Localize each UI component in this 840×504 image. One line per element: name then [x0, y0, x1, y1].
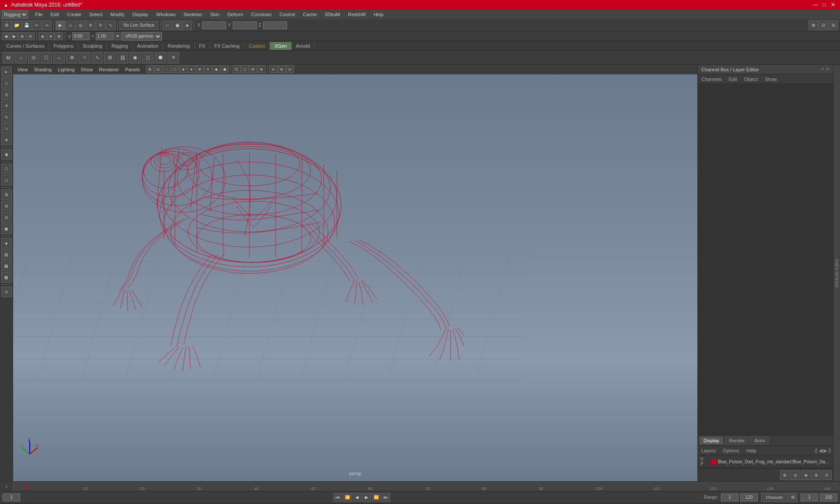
menu-edit[interactable]: Edit — [47, 11, 63, 18]
shelf-icon-2[interactable]: ◎ — [28, 52, 39, 63]
vp-menu-renderer[interactable]: Renderer — [96, 66, 122, 73]
mult-input[interactable]: 1.00 — [96, 32, 113, 40]
title-controls[interactable]: — □ ✕ — [812, 1, 836, 8]
vp-snap-3[interactable]: ⊟ — [249, 65, 257, 73]
tb2-4[interactable]: ⊖ — [27, 32, 35, 40]
vp-vis-3[interactable]: ◎ — [286, 65, 294, 73]
timeline-numbers[interactable]: 10 20 30 40 50 60 70 80 90 100 110 120 1… — [26, 482, 840, 491]
cb-tab-show[interactable]: Show — [763, 76, 779, 83]
cb-nav-1[interactable]: ⟪ — [815, 448, 818, 454]
sidebar-misc[interactable]: ⊙ — [1, 287, 12, 297]
sidebar-display-4[interactable]: ▣ — [1, 224, 12, 234]
sidebar-display-1[interactable]: ⊞ — [1, 189, 12, 200]
sidebar-move[interactable]: ✛ — [1, 101, 12, 111]
minimize-button[interactable]: — — [812, 1, 819, 8]
vp-icon-1[interactable]: ⊞ — [146, 65, 154, 73]
shelf-icon-curve[interactable]: ∿ — [91, 52, 103, 63]
vp-icon-6[interactable]: ● — [188, 65, 196, 73]
vp-vis-2[interactable]: ⊕ — [278, 65, 286, 73]
menu-select[interactable]: Select — [86, 11, 106, 18]
tb2-colorspace-toggle[interactable]: ▼ — [114, 32, 122, 40]
sidebar-render-3[interactable]: ▦ — [1, 261, 12, 271]
tab-curves-surfaces[interactable]: Curves / Surfaces — [2, 42, 49, 50]
vp-menu-panels[interactable]: Panels — [122, 66, 143, 73]
vp-icon-3[interactable]: ○ — [163, 65, 171, 73]
rp-icon-2[interactable]: ◎ — [791, 470, 800, 480]
attribute-editor-tab[interactable]: Attribute Editor — [833, 65, 840, 481]
cb-render-tab[interactable]: Render — [725, 437, 749, 444]
tb2-1[interactable]: ◀ — [2, 32, 10, 40]
toolbar-paint[interactable]: ◎ — [76, 21, 85, 30]
vp-menu-show[interactable]: Show — [78, 66, 96, 73]
vp-icon-5[interactable]: ◈ — [179, 65, 187, 73]
vp-vis-1[interactable]: ▸ — [270, 65, 277, 73]
current-frame-input[interactable] — [3, 494, 20, 501]
cb-help-tab[interactable]: Help — [745, 447, 758, 454]
tb2-2[interactable]: ▶ — [10, 32, 18, 40]
sidebar-select-tool[interactable]: ▸ — [1, 66, 12, 77]
menu-skin[interactable]: Skin — [206, 11, 223, 18]
vp-icon-8[interactable]: ✕ — [204, 65, 212, 73]
shelf-icon-10[interactable]: ◉ — [130, 52, 141, 63]
rp-icon-1[interactable]: ⊞ — [780, 470, 790, 480]
vp-menu-lighting[interactable]: Lighting — [55, 66, 77, 73]
toolbar-scale[interactable]: ⤡ — [106, 21, 116, 30]
toolbar-render[interactable]: □ — [162, 21, 172, 30]
playback-start-input[interactable] — [801, 494, 818, 501]
menu-skeleton[interactable]: Skeleton — [180, 11, 206, 18]
tb2-3[interactable]: ⊕ — [18, 32, 26, 40]
toolbar-right-2[interactable]: ⊡ — [819, 21, 828, 30]
sidebar-display-3[interactable]: ⊡ — [1, 212, 12, 223]
rp-icon-3[interactable]: ◈ — [801, 470, 811, 480]
shelf-icon-12[interactable]: ⬣ — [155, 52, 166, 63]
range-end-input[interactable] — [740, 494, 758, 501]
toolbar-btn-1[interactable]: ⚙ — [2, 21, 11, 30]
vp-snap-4[interactable]: ⊕ — [258, 65, 266, 73]
playback-end-input[interactable] — [820, 494, 837, 501]
toolbar-ipr[interactable]: ◈ — [182, 21, 192, 30]
toolbar-btn-3[interactable]: 💾 — [22, 21, 32, 30]
sidebar-scale[interactable]: ⤡ — [1, 123, 12, 134]
shelf-icon-8[interactable]: ⊞ — [104, 52, 116, 63]
y-input[interactable] — [233, 21, 257, 29]
toolbar-right-3[interactable]: ⊟ — [829, 21, 838, 30]
tab-xgen[interactable]: XGen — [270, 42, 291, 50]
go-to-end-button[interactable]: ⏭ — [382, 493, 390, 502]
vp-snap-2[interactable]: ◻ — [241, 65, 249, 73]
go-to-start-button[interactable]: ⏮ — [333, 493, 342, 502]
workspace-selector[interactable]: Rigging — [2, 10, 28, 19]
tab-rendering[interactable]: Rendering — [163, 42, 195, 50]
tb2-grid[interactable]: ⊞ — [55, 32, 63, 40]
toolbar-btn-undo[interactable]: ↩ — [32, 21, 42, 30]
toolbar-btn-redo[interactable]: ↪ — [42, 21, 52, 30]
menu-deform[interactable]: Deform — [224, 11, 247, 18]
char-set-icon[interactable]: Character — [761, 493, 788, 502]
shelf-icon-maya[interactable]: M — [3, 52, 14, 63]
tb2-5[interactable]: ◈ — [38, 32, 46, 40]
sidebar-surface[interactable]: ◻ — [1, 175, 12, 186]
sidebar-universal[interactable]: ⊕ — [1, 135, 12, 145]
cb-nav-3[interactable]: ▶ — [823, 448, 827, 454]
sidebar-render-1[interactable]: ◈ — [1, 238, 12, 248]
toolbar-rotate[interactable]: ↻ — [96, 21, 105, 30]
toolbar-move[interactable]: ✛ — [86, 21, 95, 30]
tab-sculpting[interactable]: Sculpting — [78, 42, 107, 50]
shelf-icon-1[interactable]: ○ — [15, 52, 27, 63]
close-button[interactable]: ✕ — [830, 1, 836, 8]
cb-tab-object[interactable]: Object — [742, 76, 760, 83]
vp-icon-2[interactable]: ◎ — [154, 65, 162, 73]
cb-header-icon-2[interactable]: ✕ — [826, 66, 830, 72]
tab-fx[interactable]: FX — [195, 42, 210, 50]
timeline-options[interactable]: ⚙ — [788, 493, 797, 502]
tab-custom[interactable]: Custom — [245, 42, 270, 50]
sidebar-soft-select[interactable]: ◉ — [1, 149, 12, 160]
menu-constrain[interactable]: Constrain — [248, 11, 275, 18]
cb-display-tab[interactable]: Display — [700, 437, 723, 444]
step-back-button[interactable]: ⏪ — [343, 493, 352, 502]
no-live-surface-button[interactable]: No Live Surface — [119, 21, 158, 30]
sidebar-rotate[interactable]: ↻ — [1, 112, 12, 122]
shelf-icon-x[interactable]: ✕ — [168, 52, 179, 63]
gamma-input[interactable]: 0.00 — [72, 32, 90, 40]
sidebar-display-2[interactable]: ⊟ — [1, 201, 12, 211]
menu-create[interactable]: Create — [63, 11, 85, 18]
